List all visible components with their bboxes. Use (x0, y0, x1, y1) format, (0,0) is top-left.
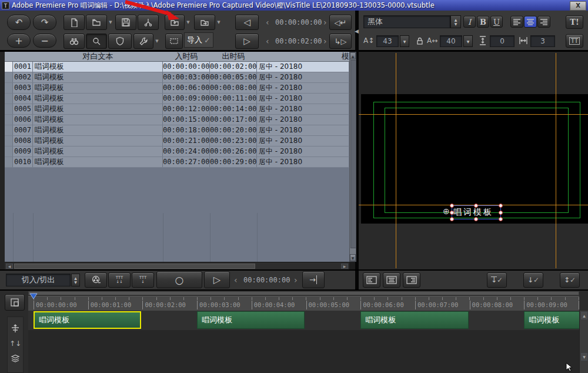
row-style[interactable]: 居中 - 20180 (257, 62, 349, 72)
table-hscrollbar[interactable]: ◀ ▶ (5, 262, 349, 270)
subtitle-clip[interactable]: 唱词模板 (34, 311, 141, 329)
underline-button[interactable]: U (490, 16, 503, 28)
row-style[interactable]: 居中 - 20180 (257, 157, 349, 167)
guide-vertical-left[interactable] (396, 53, 396, 268)
subtitle-clip[interactable]: 唱词模板 (360, 311, 468, 329)
header-text[interactable]: 对白文本 (33, 52, 163, 61)
in-timecode[interactable]: 00:00:00:00 (275, 18, 322, 26)
row-in-timecode[interactable]: 00:00:18:00 (163, 125, 210, 135)
subtitle-clip[interactable]: 唱词模板 (197, 311, 305, 329)
in-dec-arrow[interactable]: ‹ (266, 18, 269, 26)
timeline-scroll-up[interactable]: ▲ (581, 312, 587, 319)
handle-mid-left[interactable] (450, 211, 454, 215)
subtitle-object[interactable]: 唱词模板 (452, 205, 501, 219)
zoom-button[interactable] (86, 34, 107, 49)
row-in-timecode[interactable]: 00:00:21:00 (163, 136, 210, 146)
out-timecode[interactable]: 00:00:02:00 (275, 37, 322, 45)
align-right-button[interactable] (537, 16, 550, 28)
row-out-timecode[interactable]: 00:00:17:00 (210, 115, 257, 125)
handle-top-center[interactable] (474, 204, 478, 208)
table-row[interactable]: 0001 唱词模板 00:00:00:00 00:00:02:00 居中 - 2… (5, 62, 349, 72)
row-in-timecode[interactable]: 00:00:09:00 (163, 94, 210, 104)
row-in-timecode[interactable]: 00:00:27:00 (163, 157, 210, 167)
subtitle-text[interactable]: 唱词模板 (453, 207, 499, 218)
position-left-button[interactable] (363, 272, 380, 288)
edit-mode-spinner[interactable]: ▲▼ (71, 274, 80, 287)
add-row-button[interactable]: + (7, 34, 31, 48)
batch-insert-button[interactable]: TTT↓↓ (108, 272, 131, 288)
char-width-caret[interactable]: ▼ (463, 35, 473, 47)
bold-button[interactable]: B (477, 16, 489, 28)
table-row[interactable]: 0003 唱词模板 00:00:06:00 00:00:08:00 居中 - 2… (5, 83, 349, 94)
row-style[interactable]: 居中 - 20180 (257, 115, 349, 125)
protect-button[interactable] (108, 34, 132, 49)
play-button[interactable]: ▷ (204, 271, 230, 288)
goto-in-button[interactable]: ◁ (235, 15, 259, 30)
scroll-left-arrow[interactable]: ◀ (6, 264, 13, 269)
apply-both-button[interactable]: ↕✓ (560, 272, 580, 288)
row-out-timecode[interactable]: 00:00:11:00 (210, 94, 257, 104)
font-size-field[interactable]: 43 (376, 35, 399, 47)
timeline-ruler[interactable]: 00:00:00:0000:00:01:0000:00:02:0000:00:0… (28, 296, 579, 311)
hscroll-thumb[interactable] (14, 264, 255, 269)
lock-ratio-toggle[interactable] (415, 36, 425, 48)
anchor-icon[interactable]: ⊕ (443, 207, 450, 216)
row-text[interactable]: 唱词模板 (33, 83, 163, 93)
goto-end-button[interactable]: → (302, 271, 325, 288)
handle-bottom-left[interactable] (450, 217, 454, 221)
align-center-button[interactable] (524, 16, 537, 28)
row-style[interactable]: 居中 - 20180 (257, 94, 349, 104)
row-text[interactable]: 唱词模板 (33, 62, 163, 72)
row-in-timecode[interactable]: 00:00:24:00 (163, 146, 210, 156)
guide-horizontal-top[interactable] (359, 114, 588, 115)
row-out-timecode[interactable]: 00:00:05:00 (210, 72, 257, 82)
collapse-panel-arrow[interactable]: ◀ (355, 28, 359, 34)
handle-bottom-right[interactable] (499, 217, 503, 221)
header-style[interactable]: 模 (257, 52, 349, 61)
table-row[interactable]: 0002 唱词模板 00:00:03:00 00:00:05:00 居中 - 2… (5, 72, 349, 83)
font-family-select[interactable]: 黑体 (363, 15, 450, 28)
updown-tool-icon[interactable]: ↑↓ (9, 339, 21, 348)
set-in-button[interactable]: ◁↵ (329, 15, 352, 30)
row-in-timecode[interactable]: 00:00:03:00 (163, 72, 210, 82)
handle-top-left[interactable] (450, 204, 454, 208)
in-inc-arrow[interactable]: › (323, 18, 327, 26)
undo-button[interactable]: ↶ (7, 15, 31, 30)
remove-row-button[interactable]: − (33, 34, 56, 48)
playhead-marker[interactable] (29, 293, 38, 300)
timeline-hscroll-thumb[interactable] (28, 291, 579, 295)
text-template-button[interactable]: TT (566, 34, 583, 48)
char-width-field[interactable]: 40 (440, 35, 462, 47)
char-spacing-field[interactable]: 3 (530, 35, 555, 47)
scroll-right-arrow[interactable]: ▶ (341, 264, 348, 269)
out-dec-arrow[interactable]: ‹ (266, 37, 269, 45)
row-out-timecode[interactable]: 00:00:02:00 (210, 62, 257, 72)
set-out-button[interactable]: ↳▷ (329, 34, 352, 49)
table-row[interactable]: 0006 唱词模板 00:00:15:00 00:00:17:00 居中 - 2… (5, 115, 349, 125)
row-in-timecode[interactable]: 00:00:06:00 (163, 83, 210, 93)
row-style[interactable]: 居中 - 20180 (257, 72, 349, 82)
table-vscrollbar[interactable]: ▲ ▼ (349, 52, 356, 262)
table-row[interactable]: 0008 唱词模板 00:00:21:00 00:00:23:00 居中 - 2… (5, 136, 349, 146)
header-in[interactable]: 入时码 (163, 52, 210, 61)
table-row[interactable]: 0007 唱词模板 00:00:18:00 00:00:20:00 居中 - 2… (5, 125, 349, 136)
redo-button[interactable]: ↷ (33, 15, 56, 30)
row-out-timecode[interactable]: 00:00:23:00 (210, 136, 257, 146)
row-text[interactable]: 唱词模板 (33, 104, 163, 114)
font-size-caret[interactable]: ▼ (400, 35, 409, 47)
handle-mid-right[interactable] (499, 211, 503, 215)
record-button[interactable]: ○ (156, 271, 202, 288)
tc-dec-arrow[interactable]: ‹ (234, 276, 238, 284)
edit-mode-select[interactable]: 切入/切出 (6, 274, 71, 287)
marquee-button[interactable] (165, 34, 183, 49)
close-button[interactable]: X (570, 1, 586, 11)
position-center-button[interactable] (383, 272, 400, 288)
guide-vertical-right[interactable] (556, 53, 556, 268)
handle-bottom-center[interactable] (474, 217, 478, 221)
goto-out-button[interactable]: ▷ (235, 34, 259, 49)
row-style[interactable]: 居中 - 20180 (257, 83, 349, 93)
tc-inc-arrow[interactable]: › (294, 276, 298, 284)
font-family-spinner[interactable]: ▲▼ (450, 15, 461, 28)
row-text[interactable]: 唱词模板 (33, 72, 163, 82)
subtitle-track[interactable]: 唱词模板唱词模板唱词模板唱词模板 (28, 311, 579, 331)
